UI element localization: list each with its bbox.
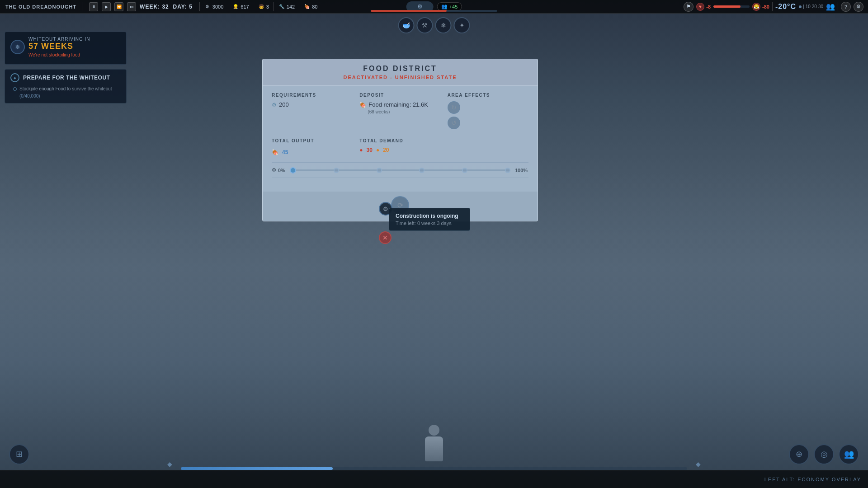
fast-forward-button[interactable]: ⏩ (114, 2, 123, 11)
food-district-btn[interactable]: 🥣 (398, 17, 415, 33)
slider-node-3[interactable] (419, 168, 425, 173)
snowflake-btn[interactable]: ❄ (435, 17, 452, 33)
area-effects-empty (448, 138, 528, 155)
food-district-panel: FOOD DISTRICT DEACTIVATED - UNFINISHED S… (262, 59, 538, 221)
objective-text-container: Stockpile enough Food to survive the whi… (19, 86, 112, 99)
mission-objective: Stockpile enough Food to survive the whi… (10, 86, 121, 99)
week-display: WEEK: 32 DAY: 5 (140, 4, 193, 10)
output-value: 45 (282, 149, 288, 155)
health-icon: ♥ (696, 3, 704, 11)
economy-icon: ⊕ (796, 449, 802, 459)
second-row-icons: 🥣 ⚒ ❄ ✦ (398, 14, 470, 33)
district-overlay-button[interactable]: ◎ (814, 444, 834, 465)
demand-icon-2: ● (376, 147, 379, 153)
star-btn[interactable]: ✦ (454, 17, 470, 33)
objective-dot-icon (13, 87, 17, 91)
panel-title-text: FOOD DISTRICT (272, 65, 528, 73)
production-slider[interactable]: ⚙ 0% 100% (272, 162, 528, 178)
faction-icon[interactable]: ⚑ (684, 2, 693, 12)
area-effect-icon-2: ↺ (448, 117, 460, 129)
map-icon: ⊞ (16, 449, 23, 459)
pop-delta-value: +45 (449, 4, 458, 9)
character-head (429, 425, 439, 436)
mission-title-row: ● PREPARE FOR THE WHITEOUT (10, 73, 121, 82)
settings-button[interactable]: ⚙ (854, 2, 863, 12)
temp-marker-1: | (803, 4, 804, 9)
slider-left-label: ⚙ 0% (272, 167, 285, 173)
divider-right (772, 2, 773, 11)
mission-title-text: PREPARE FOR THE WHITEOUT (23, 75, 110, 81)
sickle-btn[interactable]: ⚒ (417, 17, 433, 33)
children-resource: 🧒 3 (254, 4, 274, 10)
panel-info-grid: REQUIREMENTS ⚙ 200 DEPOSIT 🍖 Food remain… (272, 93, 528, 129)
workers-resource: ⚙ 3000 (200, 4, 228, 10)
mission-dot: ● (14, 75, 17, 80)
left-panel: ❄ WHITEOUT ARRIVING IN 57 WEEKS We're no… (5, 32, 127, 103)
requirements-section: REQUIREMENTS ⚙ 200 (272, 93, 353, 129)
req-workers-count: 200 (279, 101, 289, 108)
output-values: 🍖 45 (272, 149, 353, 155)
deposit-food-icon: 🍖 (359, 102, 366, 108)
slider-node-4[interactable] (462, 168, 467, 173)
generator-icon: ⚙ (417, 3, 423, 10)
whiteout-arriving-label: WHITEOUT ARRIVING IN (28, 37, 90, 42)
children-value: 3 (266, 4, 269, 9)
temperature-display: -20°C (775, 3, 796, 11)
map-button[interactable]: ⊞ (9, 444, 29, 465)
whiteout-info: WHITEOUT ARRIVING IN 57 WEEKS We're not … (28, 37, 90, 57)
economy-overlay-button[interactable]: ⊕ (789, 444, 809, 465)
demand-value-2: 20 (383, 147, 389, 153)
divider-far-right (838, 2, 838, 11)
district-icon: ◎ (821, 449, 828, 459)
panel-status-text: DEACTIVATED - UNFINISHED STATE (272, 75, 528, 80)
objective-progress: (0/40,000) (19, 93, 112, 99)
temp-marker-3: 20 (812, 4, 817, 9)
cancel-construction-button[interactable]: ✕ (379, 231, 392, 244)
children-icon: 🧒 (258, 4, 264, 10)
star-icon: ✦ (459, 22, 465, 29)
food-icon: 🍖 (304, 4, 310, 10)
steam-progress-bar (713, 5, 750, 8)
demand-icon-1: ● (359, 147, 363, 153)
engineers-value: 617 (241, 4, 249, 9)
temp-dot (799, 5, 802, 8)
deposit-label: DEPOSIT (359, 93, 440, 98)
bottom-controls: ⊞ ⊕ ◎ 👥 (0, 438, 868, 470)
play-button[interactable]: ▶ (102, 2, 111, 11)
slider-node-1[interactable] (334, 168, 339, 173)
construction-icon: ⚙ (383, 206, 388, 212)
faction-progress-fill (371, 10, 447, 12)
engineers-icon: 👷 (232, 4, 239, 10)
help-button[interactable]: ? (841, 2, 851, 12)
deposit-value: 🍖 Food remaining: 21.6K (359, 101, 440, 108)
req-gear-icon: ⚙ (272, 102, 277, 108)
skip-button[interactable]: ⏭ (127, 2, 136, 11)
slider-pct-left: 0% (278, 168, 285, 173)
snowflake-icon: ❄ (441, 22, 446, 29)
economy-overlay-hint: LEFT ALT: ECONOMY OVERLAY (764, 477, 861, 482)
slider-node-5[interactable] (505, 168, 510, 173)
mission-circle-icon: ● (10, 73, 19, 82)
cancel-icon: ✕ (382, 234, 388, 241)
whiteout-warning-text: We're not stockpiling food (28, 52, 90, 57)
steam-fill (713, 5, 741, 8)
pause-button[interactable]: ⏸ (89, 2, 98, 11)
slider-track[interactable] (290, 169, 510, 171)
total-output-section: TOTAL OUTPUT 🍖 45 (272, 138, 353, 155)
total-demand-label: TOTAL DEMAND (359, 138, 440, 143)
area-effect-icon-1: ↻ (448, 101, 460, 114)
bottom-right-buttons: ⊕ ◎ 👥 (789, 444, 859, 465)
workers-icon: ⚙ (204, 4, 211, 10)
discontent-icon: 😤 (752, 3, 760, 11)
output-icon: 🍖 (272, 149, 278, 155)
mission-box: ● PREPARE FOR THE WHITEOUT Stockpile eno… (5, 69, 127, 103)
slider-node-2[interactable] (377, 168, 382, 173)
deposit-weeks: (68 weeks) (359, 109, 440, 114)
workers-value: 3000 (212, 4, 223, 9)
worker-overlay-button[interactable]: 👥 (839, 444, 859, 465)
discontent-value: -80 (762, 4, 769, 9)
slider-node-0[interactable] (290, 167, 296, 174)
whiteout-icon: ❄ (10, 40, 25, 54)
slider-gear-icon: ⚙ (272, 167, 276, 173)
engineers-resource: 👷 617 (228, 4, 253, 10)
